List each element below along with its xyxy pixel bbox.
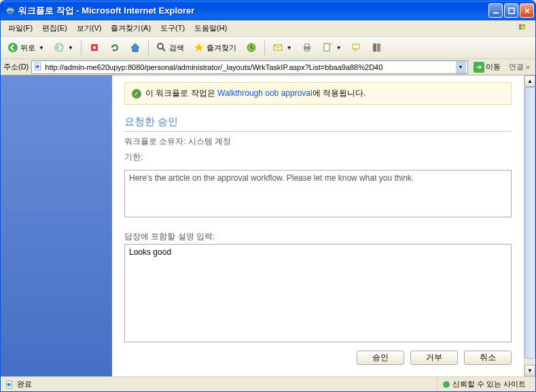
request-message[interactable] bbox=[124, 170, 512, 217]
svg-point-8 bbox=[54, 43, 64, 52]
toolbar: 뒤로 ▼ ▼ 검색 즐겨찾기 ▼ ▼ bbox=[1, 37, 535, 59]
minimize-button[interactable] bbox=[488, 3, 503, 18]
url-text: http://admin-me620upyp:8080/personal/adm… bbox=[45, 63, 456, 71]
chevron-down-icon: ▼ bbox=[336, 45, 342, 51]
mail-icon bbox=[272, 42, 283, 53]
check-icon: ✓ bbox=[132, 89, 141, 99]
address-dropdown[interactable]: ▾ bbox=[456, 61, 466, 73]
response-input[interactable] bbox=[124, 244, 512, 342]
back-label: 뒤로 bbox=[20, 43, 35, 53]
chevron-down-icon: ▼ bbox=[39, 45, 44, 51]
menu-favorites[interactable]: 즐겨찾기(A) bbox=[106, 21, 156, 35]
go-icon: ➔ bbox=[474, 62, 484, 73]
search-icon bbox=[156, 42, 167, 53]
go-label: 이동 bbox=[486, 62, 501, 72]
svg-point-7 bbox=[8, 43, 18, 52]
history-button[interactable] bbox=[242, 39, 261, 56]
zone-text: 신뢰할 수 있는 사이트 bbox=[452, 379, 526, 389]
menu-help[interactable]: 도움말(H) bbox=[190, 21, 232, 35]
stop-button[interactable] bbox=[85, 39, 104, 56]
stop-icon bbox=[89, 42, 100, 53]
svg-rect-5 bbox=[519, 27, 522, 29]
research-button[interactable] bbox=[368, 39, 387, 56]
star-icon bbox=[194, 42, 204, 53]
menu-file[interactable]: 파일(F) bbox=[3, 21, 37, 35]
svg-rect-3 bbox=[519, 24, 522, 26]
edit-button[interactable]: ▼ bbox=[318, 39, 346, 56]
svg-rect-6 bbox=[522, 27, 525, 29]
scroll-down-arrow[interactable]: ▼ bbox=[524, 365, 535, 376]
notice-box: ✓ 이 워크플로 작업은 Walkthrough oob approval에 적… bbox=[124, 82, 512, 105]
home-button[interactable] bbox=[126, 39, 145, 56]
section-title: 요청한 승인 bbox=[124, 115, 512, 132]
address-label: 주소(D) bbox=[3, 62, 29, 72]
favorites-button[interactable]: 즐겨찾기 bbox=[190, 39, 240, 56]
response-label: 답장에 포함할 설명 입력: bbox=[124, 231, 512, 243]
refresh-icon bbox=[109, 42, 120, 53]
windows-flag-icon bbox=[514, 22, 531, 35]
ie-window: 워크플로 작업 - Microsoft Internet Explorer 파일… bbox=[0, 0, 536, 392]
mail-button[interactable]: ▼ bbox=[268, 39, 296, 56]
scroll-up-arrow[interactable]: ▲ bbox=[524, 75, 535, 87]
ie-icon bbox=[5, 5, 16, 16]
page-icon bbox=[33, 62, 43, 73]
menu-edit[interactable]: 편집(E) bbox=[37, 21, 72, 35]
refresh-button[interactable] bbox=[105, 39, 124, 56]
owner-line: 워크플로 소유자: 시스템 계정 bbox=[124, 136, 512, 147]
svg-rect-1 bbox=[493, 12, 499, 14]
page-icon bbox=[5, 380, 14, 389]
address-input[interactable]: http://admin-me620upyp:8080/personal/adm… bbox=[31, 60, 468, 74]
svg-rect-17 bbox=[353, 44, 359, 49]
svg-rect-4 bbox=[522, 24, 525, 26]
discuss-button[interactable] bbox=[347, 39, 366, 56]
back-icon bbox=[7, 42, 18, 53]
menu-view[interactable]: 보기(V) bbox=[72, 21, 107, 35]
titlebar: 워크플로 작업 - Microsoft Internet Explorer bbox=[1, 1, 535, 20]
chevron-down-icon: ▼ bbox=[287, 45, 292, 51]
close-button[interactable] bbox=[520, 3, 534, 18]
status-bar: 완료 신뢰할 수 있는 사이트 bbox=[1, 376, 535, 391]
svg-point-10 bbox=[158, 43, 163, 49]
left-nav-pane bbox=[1, 75, 112, 376]
vertical-scrollbar[interactable]: ▲ ▼ bbox=[524, 75, 535, 376]
window-title: 워크플로 작업 - Microsoft Internet Explorer bbox=[18, 5, 488, 17]
separator bbox=[148, 40, 149, 55]
go-button[interactable]: ➔ 이동 bbox=[471, 60, 503, 74]
forward-icon bbox=[54, 42, 65, 53]
status-left: 완료 bbox=[5, 379, 437, 389]
forward-button[interactable]: ▼ bbox=[50, 39, 77, 56]
due-line: 기한: bbox=[124, 152, 512, 163]
status-text: 완료 bbox=[17, 379, 32, 389]
favorites-label: 즐겨찾기 bbox=[207, 43, 236, 53]
scroll-thumb[interactable] bbox=[524, 87, 535, 359]
search-label: 검색 bbox=[169, 43, 184, 53]
menu-tools[interactable]: 도구(T) bbox=[156, 21, 190, 35]
svg-rect-16 bbox=[324, 43, 329, 51]
svg-point-21 bbox=[36, 65, 39, 68]
print-icon bbox=[302, 42, 312, 53]
search-button[interactable]: 검색 bbox=[152, 39, 188, 56]
address-bar: 주소(D) http://admin-me620upyp:8080/person… bbox=[1, 59, 535, 75]
reject-button[interactable]: 거부 bbox=[410, 351, 458, 365]
discuss-icon bbox=[351, 42, 362, 53]
menubar: 파일(F) 편집(E) 보기(V) 즐겨찾기(A) 도구(T) 도움말(H) bbox=[1, 20, 535, 37]
links-label[interactable]: 연결 » bbox=[506, 62, 533, 72]
maximize-button[interactable] bbox=[504, 3, 518, 18]
print-button[interactable] bbox=[298, 39, 317, 56]
chevron-down-icon: ▼ bbox=[68, 45, 73, 51]
approve-button[interactable]: 승인 bbox=[357, 351, 404, 365]
separator bbox=[264, 40, 265, 55]
window-controls bbox=[488, 3, 534, 18]
back-button[interactable]: 뒤로 ▼ bbox=[3, 39, 48, 56]
svg-rect-14 bbox=[305, 44, 309, 47]
zone-icon bbox=[443, 381, 450, 388]
notice-link[interactable]: Walkthrough oob approval bbox=[217, 88, 312, 98]
action-buttons: 승인 거부 취소 bbox=[124, 351, 512, 365]
separator bbox=[81, 40, 82, 55]
security-zone: 신뢰할 수 있는 사이트 bbox=[437, 377, 531, 391]
cancel-button[interactable]: 취소 bbox=[464, 351, 512, 365]
research-icon bbox=[372, 42, 382, 53]
svg-rect-19 bbox=[377, 43, 380, 52]
content-area: ✓ 이 워크플로 작업은 Walkthrough oob approval에 적… bbox=[1, 75, 535, 376]
notice-text: 이 워크플로 작업은 Walkthrough oob approval에 적용됩… bbox=[145, 88, 365, 99]
